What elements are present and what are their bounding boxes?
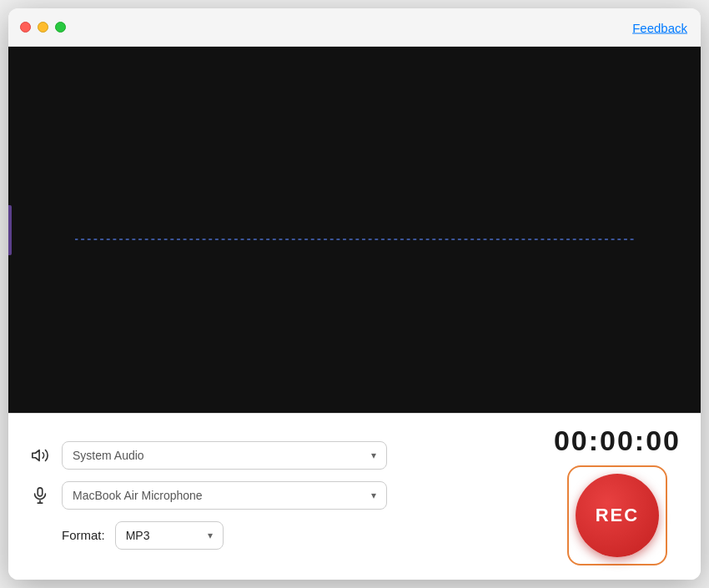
microphone-dropdown[interactable]: MacBook Air Microphone ▾ — [62, 481, 387, 510]
rec-label: REC — [596, 505, 639, 526]
system-audio-arrow: ▾ — [371, 450, 376, 461]
minimize-button[interactable] — [38, 22, 48, 33]
timer-display: 00:00:00 — [554, 425, 681, 457]
mic-arrow: ▾ — [371, 490, 376, 501]
speaker-icon — [28, 444, 52, 467]
rec-button[interactable]: REC — [576, 474, 659, 557]
mic-control-row: MacBook Air Microphone ▾ — [28, 481, 529, 510]
feedback-link[interactable]: Feedback — [632, 20, 687, 34]
format-dropdown[interactable]: MP3 ▾ — [115, 521, 224, 550]
system-audio-label: System Audio — [73, 449, 365, 462]
maximize-button[interactable] — [55, 22, 66, 33]
format-arrow: ▾ — [208, 530, 213, 541]
format-label: Format: — [62, 528, 105, 542]
svg-rect-2 — [38, 487, 43, 495]
system-audio-dropdown[interactable]: System Audio ▾ — [62, 441, 387, 470]
left-bar-indicator — [8, 205, 12, 255]
app-window: Feedback System Audio — [8, 8, 701, 580]
titlebar: Feedback — [8, 8, 701, 47]
close-button[interactable] — [20, 22, 31, 33]
waveform-line — [75, 229, 634, 231]
format-control-row: Format: MP3 ▾ — [28, 521, 529, 550]
microphone-icon — [28, 484, 52, 507]
svg-marker-1 — [33, 450, 39, 460]
audio-control-row: System Audio ▾ — [28, 441, 529, 470]
controls-area: System Audio ▾ MacBook Air Microphone — [8, 413, 701, 580]
right-controls: 00:00:00 REC — [529, 425, 681, 565]
microphone-label: MacBook Air Microphone — [73, 489, 365, 502]
rec-button-container[interactable]: REC — [567, 465, 667, 565]
traffic-lights — [20, 22, 66, 33]
format-value: MP3 — [126, 529, 201, 542]
left-controls: System Audio ▾ MacBook Air Microphone — [28, 441, 529, 550]
display-area — [8, 47, 701, 413]
